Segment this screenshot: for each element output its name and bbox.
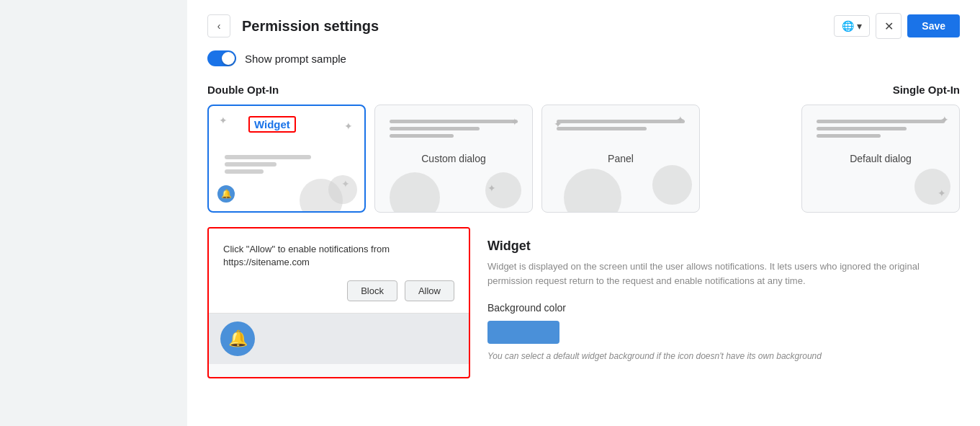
sparkle-icon-6: ✦ xyxy=(554,118,562,130)
page-wrapper: ‹ Permission settings 🌐 ▾ ✕ Save Show pr… xyxy=(0,0,980,426)
background-color-swatch[interactable] xyxy=(487,321,559,344)
deco-circle-2 xyxy=(328,175,357,204)
card-inner-line-3 xyxy=(225,169,264,174)
header-right: 🌐 ▾ ✕ Save xyxy=(834,13,960,39)
section-headers: Double Opt-In Single Opt-In xyxy=(207,84,960,102)
card-line-p2 xyxy=(557,127,647,130)
deco-circle-5 xyxy=(564,169,621,213)
sparkle-icon-7: ✦ xyxy=(676,114,685,125)
sparkle-icon-4: ✦ xyxy=(511,116,519,128)
card-line-d2 xyxy=(817,127,907,130)
background-color-hint: You can select a default widget backgrou… xyxy=(487,351,943,361)
sparkle-icon-9: ✦ xyxy=(938,187,946,199)
double-opt-in-label: Double Opt-In xyxy=(207,84,279,96)
card-line-2 xyxy=(390,127,480,130)
card-line-d1 xyxy=(817,120,945,123)
card-line-3 xyxy=(390,134,454,138)
deco-circle-7 xyxy=(914,169,950,205)
card-custom-dialog[interactable]: ✦ ✦ Custom dialog xyxy=(374,105,533,213)
card-panel-label: Panel xyxy=(608,153,634,164)
widget-card-inner xyxy=(217,149,318,182)
cards-row: ✦ ✦ ✦ Widget 🔔 xyxy=(207,105,960,213)
bottom-section: Click "Allow" to enable notifications fr… xyxy=(207,227,960,378)
preview-notification: Click "Allow" to enable notifications fr… xyxy=(209,228,469,314)
header: ‹ Permission settings 🌐 ▾ ✕ Save xyxy=(207,13,960,39)
card-panel[interactable]: ✦ ✦ Panel xyxy=(541,105,700,213)
toggle-row: Show prompt sample xyxy=(207,50,960,66)
sparkle-icon: ✦ xyxy=(219,115,228,126)
card-inner-line-1 xyxy=(225,155,311,159)
card-line-p1 xyxy=(557,120,685,123)
save-button[interactable]: Save xyxy=(907,14,960,37)
sidebar xyxy=(0,0,187,426)
header-left: ‹ Permission settings xyxy=(207,14,379,37)
back-button[interactable]: ‹ xyxy=(207,14,230,37)
card-line-d3 xyxy=(817,134,881,138)
card-lines-top-2 xyxy=(390,120,518,141)
globe-button[interactable]: 🌐 ▾ xyxy=(834,15,870,37)
chevron-down-icon: ▾ xyxy=(857,20,862,32)
single-opt-in-label: Single Opt-In xyxy=(893,84,960,96)
widget-badge: Widget xyxy=(248,116,296,133)
close-button[interactable]: ✕ xyxy=(876,13,902,39)
card-default-dialog-label: Default dialog xyxy=(850,153,912,164)
sparkle-icon-8: ✦ xyxy=(940,114,949,125)
preview-footer: 🔔 xyxy=(209,314,469,364)
card-widget[interactable]: ✦ ✦ ✦ Widget 🔔 xyxy=(207,105,366,213)
main-content: ‹ Permission settings 🌐 ▾ ✕ Save Show pr… xyxy=(187,0,980,426)
page-title: Permission settings xyxy=(242,18,379,35)
card-default-dialog[interactable]: ✦ ✦ Default dialog xyxy=(801,105,960,213)
preview-panel: Click "Allow" to enable notifications fr… xyxy=(207,227,470,378)
sparkle-icon-5: ✦ xyxy=(487,182,496,194)
card-inner-line-2 xyxy=(225,162,277,167)
card-lines-top-3 xyxy=(557,120,685,134)
deco-circle-3 xyxy=(390,172,440,213)
settings-title: Widget xyxy=(487,239,943,254)
preview-buttons: Block Allow xyxy=(223,280,454,301)
allow-button[interactable]: Allow xyxy=(405,280,454,301)
card-lines-top-4 xyxy=(817,120,945,141)
block-button[interactable]: Block xyxy=(347,280,397,301)
widget-bell-icon: 🔔 xyxy=(217,185,235,203)
preview-bell-icon: 🔔 xyxy=(220,321,255,356)
card-custom-dialog-label: Custom dialog xyxy=(421,153,486,164)
globe-icon: 🌐 xyxy=(842,20,854,32)
background-color-label: Background color xyxy=(487,302,943,314)
show-prompt-toggle[interactable] xyxy=(207,50,236,66)
deco-circle-6 xyxy=(652,165,692,205)
sparkle-icon-2: ✦ xyxy=(344,120,353,132)
preview-notification-text: Click "Allow" to enable notifications fr… xyxy=(223,243,454,269)
settings-panel: Widget Widget is displayed on the screen… xyxy=(470,227,960,378)
settings-description: Widget is displayed on the screen until … xyxy=(487,259,943,288)
card-line-1 xyxy=(390,120,518,123)
toggle-label: Show prompt sample xyxy=(245,53,346,65)
